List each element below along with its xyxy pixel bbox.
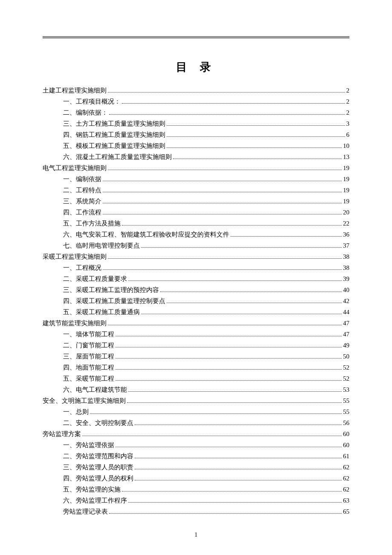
toc-entry-page: 52: [343, 373, 349, 384]
toc-leader-dots: [103, 269, 342, 270]
toc-entry-label: 采暖工程监理实施细则: [43, 251, 107, 262]
toc-entry: 四、工作流程20: [63, 207, 349, 217]
toc-entry-page: 38: [343, 251, 349, 262]
toc-entry-page: 61: [343, 451, 349, 461]
toc-leader-dots: [115, 347, 342, 347]
toc-entry: 一、工程概况38: [63, 263, 349, 273]
table-of-contents: 土建工程监理实施细则2一、工程项目概况：2二、编制依据：2三、土方工程施工质量监…: [43, 85, 349, 517]
toc-leader-dots: [103, 192, 342, 192]
toc-entry-label: 电气工程监理实施细则: [43, 163, 107, 173]
toc-entry: 一、总则55: [63, 407, 349, 417]
toc-entry-page: 65: [343, 506, 349, 517]
toc-entry-label: 一、墙体节能工程: [63, 329, 114, 339]
toc-entry-page: 55: [343, 407, 349, 417]
toc-entry-label: 六、电气安装工程、智能建筑工程验收时应提交的资料文件: [63, 229, 229, 240]
toc-entry-label: 四、采暖工程施工质量监理控制要点: [63, 296, 165, 306]
toc-entry: 一、工程项目概况：2: [63, 96, 349, 107]
toc-entry: 一、墙体节能工程47: [63, 329, 349, 339]
toc-leader-dots: [115, 336, 342, 336]
toc-entry: 六、混凝土工程施工质量监理实施细则13: [63, 152, 349, 162]
toc-entry: 七、临时用电管理控制要点37: [63, 240, 349, 251]
toc-leader-dots: [82, 436, 342, 436]
toc-leader-dots: [115, 380, 342, 381]
toc-entry-label: 二、编制依据：: [63, 107, 108, 118]
toc-entry-page: 40: [343, 285, 349, 295]
toc-entry: 六、电气工程建筑节能53: [63, 384, 349, 395]
toc-entry-label: 四、工作流程: [63, 207, 101, 217]
toc-leader-dots: [160, 292, 342, 292]
toc-entry: 二、工程特点19: [63, 185, 349, 195]
toc-entry-page: 22: [343, 218, 349, 228]
toc-entry-page: 47: [343, 318, 349, 328]
toc-leader-dots: [108, 325, 342, 325]
toc-entry-label: 安全、文明施工监理实施细则: [43, 396, 126, 406]
toc-entry: 一、旁站监理依据60: [63, 440, 349, 450]
toc-entry-label: 三、土方工程施工质量监理实施细则: [63, 119, 165, 129]
toc-entry: 二、采暖工程质量要求39: [63, 274, 349, 284]
toc-entry-label: 三、旁站监理人员的职责: [63, 462, 133, 472]
toc-entry-page: 52: [343, 362, 349, 373]
toc-leader-dots: [103, 203, 342, 203]
toc-entry: 五、模板工程施工质量监理实施细则10: [63, 141, 349, 151]
toc-leader-dots: [108, 92, 345, 92]
toc-entry-page: 53: [343, 384, 349, 395]
toc-entry: 三、旁站监理人员的职责62: [63, 462, 349, 472]
toc-entry: 六、旁站监理工作程序63: [63, 495, 349, 506]
toc-entry-page: 6: [346, 130, 350, 140]
toc-entry-page: 19: [343, 174, 349, 184]
toc-entry-page: 10: [343, 141, 349, 151]
toc-entry: 电气工程监理实施细则19: [43, 163, 349, 173]
toc-entry-label: 二、工程特点: [63, 185, 101, 195]
toc-entry: 二、安全、文明控制要点56: [63, 418, 349, 428]
toc-entry: 三、采暖工程施工监理的预控内容40: [63, 285, 349, 295]
toc-entry-page: 49: [343, 340, 349, 350]
toc-leader-dots: [167, 303, 342, 303]
toc-entry-label: 一、总则: [63, 407, 89, 417]
toc-leader-dots: [122, 103, 345, 104]
toc-leader-dots: [135, 469, 342, 469]
toc-leader-dots: [115, 358, 342, 358]
toc-entry-page: 2: [346, 96, 350, 107]
toc-entry-page: 39: [343, 274, 349, 284]
toc-entry: 五、旁站监理的实施62: [63, 484, 349, 494]
toc-entry: 旁站监理记录表65: [63, 506, 349, 517]
toc-entry: 四、旁站监理人员的权利62: [63, 473, 349, 483]
toc-entry-page: 44: [343, 307, 349, 317]
toc-entry-label: 一、工程项目概况：: [63, 96, 121, 107]
toc-entry-page: 2: [346, 107, 350, 118]
toc-leader-dots: [231, 236, 342, 237]
toc-entry: 旁站监理方案60: [43, 429, 349, 439]
toc-leader-dots: [135, 458, 342, 458]
toc-leader-dots: [135, 425, 342, 425]
toc-entry-page: 62: [343, 473, 349, 483]
toc-entry-label: 三、屋面节能工程: [63, 351, 114, 361]
toc-entry-page: 20: [343, 207, 349, 217]
toc-entry: 二、编制依据：2: [63, 107, 349, 118]
toc-entry-label: 六、旁站监理工作程序: [63, 495, 127, 506]
document-title: 目 录: [43, 60, 349, 75]
toc-leader-dots: [109, 513, 342, 514]
page-number: 1: [43, 532, 349, 538]
toc-entry-label: 一、旁站监理依据: [63, 440, 114, 450]
toc-entry-label: 五、采暖工程施工质量通病: [63, 307, 140, 317]
toc-leader-dots: [115, 447, 342, 447]
toc-leader-dots: [115, 369, 342, 370]
toc-leader-dots: [167, 147, 342, 148]
toc-entry-label: 二、安全、文明控制要点: [63, 418, 133, 428]
toc-leader-dots: [141, 314, 342, 314]
toc-entry-label: 七、临时用电管理控制要点: [63, 240, 140, 251]
toc-leader-dots: [103, 214, 342, 214]
toc-entry-label: 二、采暖工程质量要求: [63, 274, 127, 284]
toc-leader-dots: [127, 402, 342, 403]
toc-leader-dots: [128, 391, 342, 392]
toc-entry: 三、土方工程施工质量监理实施细则3: [63, 119, 349, 129]
toc-entry-page: 62: [343, 484, 349, 494]
toc-entry-label: 旁站监理记录表: [63, 506, 108, 517]
toc-entry: 五、工作方法及措施22: [63, 218, 349, 228]
toc-entry: 二、旁站监理范围和内容61: [63, 451, 349, 461]
toc-entry-page: 13: [343, 152, 349, 162]
toc-entry: 二、门窗节能工程49: [63, 340, 349, 350]
toc-entry-page: 19: [343, 196, 349, 206]
toc-entry: 采暖工程监理实施细则38: [43, 251, 349, 262]
toc-entry-page: 42: [343, 296, 349, 306]
